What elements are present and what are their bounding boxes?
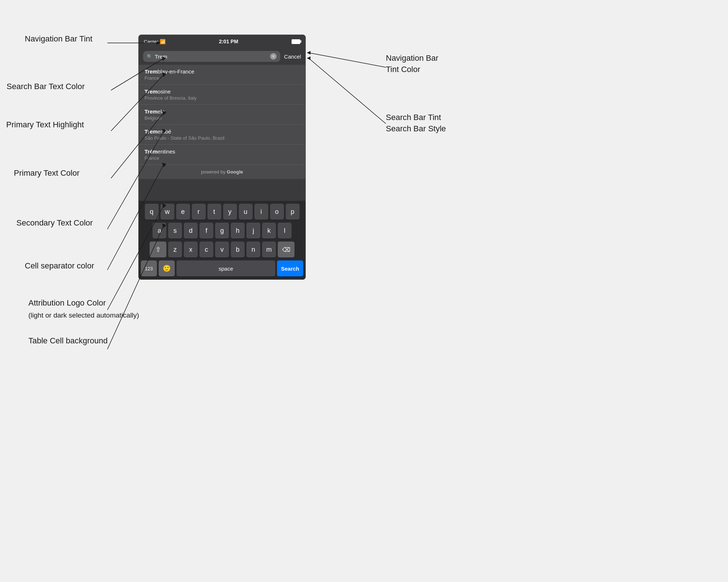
result-row[interactable]: Tremelo Belgium	[139, 105, 305, 125]
search-bar-tint-line2: Search Bar Style	[386, 124, 446, 133]
keyboard-row-2: a s d f g h j k l	[140, 223, 304, 239]
label-cell-separator: Cell separator color	[25, 261, 94, 271]
result-secondary-text: São Paulo - State of São Paulo, Brazil	[145, 135, 300, 141]
key-e[interactable]: e	[176, 204, 190, 220]
keyboard[interactable]: q w e r t y u i o p a s d f g h j k	[139, 201, 305, 279]
key-i[interactable]: i	[254, 204, 268, 220]
search-key[interactable]: Search	[277, 260, 303, 276]
key-w[interactable]: w	[161, 204, 174, 220]
key-b[interactable]: b	[231, 242, 245, 258]
key-p[interactable]: p	[286, 204, 300, 220]
keyboard-row-1: q w e r t y u i o p	[140, 204, 304, 220]
result-rest: entines	[158, 148, 175, 155]
key-j[interactable]: j	[246, 223, 260, 239]
label-primary-text-color: Primary Text Color	[14, 168, 80, 178]
result-highlight: Trém	[145, 148, 158, 155]
google-attribution: powered by Google	[139, 164, 305, 179]
status-time: 2:01 PM	[219, 39, 238, 44]
result-primary-text: Trémentines	[145, 148, 300, 155]
search-icon: 🔍	[147, 54, 153, 59]
annotations-svg	[0, 0, 728, 582]
key-n[interactable]: n	[246, 242, 260, 258]
key-k[interactable]: k	[262, 223, 276, 239]
status-bar: Carrier 📶 2:01 PM	[139, 35, 305, 48]
attribution-text: powered by	[201, 169, 227, 175]
result-secondary-text: France	[145, 75, 300, 81]
result-primary-text: Tremelo	[145, 108, 300, 115]
nav-bar-tint-line2: Tint Color	[386, 65, 420, 74]
key-d[interactable]: d	[184, 223, 198, 239]
key-c[interactable]: c	[199, 242, 213, 258]
result-row[interactable]: Tremosine Province of Brescia, Italy	[139, 85, 305, 105]
phone-wrapper: Carrier 📶 2:01 PM 🔍 Trem ✕ Cancel Trembl…	[138, 35, 306, 280]
key-z[interactable]: z	[168, 242, 182, 258]
label-attribution-logo-color: Attribution Logo Color	[28, 298, 106, 308]
key-t[interactable]: t	[207, 204, 221, 220]
key-x[interactable]: x	[184, 242, 198, 258]
backspace-key[interactable]: ⌫	[278, 242, 294, 258]
key-h[interactable]: h	[231, 223, 245, 239]
label-table-cell-bg: Table Cell background	[28, 336, 108, 346]
key-f[interactable]: f	[199, 223, 213, 239]
label-secondary-text-color: Secondary Text Color	[16, 218, 93, 228]
key-y[interactable]: y	[223, 204, 237, 220]
result-highlight: Trem	[145, 88, 158, 95]
svg-line-18	[309, 58, 386, 124]
svg-line-16	[309, 53, 386, 67]
search-input-wrapper[interactable]: 🔍 Trem ✕	[143, 51, 280, 62]
result-rest: elo	[158, 108, 165, 115]
key-v[interactable]: v	[215, 242, 229, 258]
search-bar[interactable]: 🔍 Trem ✕ Cancel	[139, 48, 305, 65]
carrier-text: Carrier	[144, 39, 158, 44]
space-key[interactable]: space	[177, 260, 275, 276]
result-primary-text: Tremembé	[145, 128, 300, 135]
result-primary-text: Tremosine	[145, 88, 300, 95]
key-r[interactable]: r	[192, 204, 206, 220]
battery-icon	[292, 39, 300, 44]
result-row[interactable]: Trémentines France	[139, 145, 305, 164]
phone-frame: Carrier 📶 2:01 PM 🔍 Trem ✕ Cancel Trembl…	[138, 35, 306, 280]
search-bar-tint-line1: Search Bar Tint	[386, 113, 441, 122]
key-u[interactable]: u	[239, 204, 253, 220]
result-secondary-text: Belgium	[145, 115, 300, 121]
search-clear-button[interactable]: ✕	[270, 53, 277, 60]
result-secondary-text: Province of Brescia, Italy	[145, 95, 300, 101]
svg-marker-17	[307, 51, 310, 55]
key-q[interactable]: q	[145, 204, 159, 220]
result-row[interactable]: Tremblay-en-France France	[139, 65, 305, 85]
wifi-icon: 📶	[160, 39, 166, 44]
result-highlight: Trem	[145, 128, 158, 135]
search-query-text[interactable]: Trem	[155, 53, 268, 60]
nav-bar-tint-line1: Navigation Bar	[386, 53, 438, 63]
result-secondary-text: France	[145, 155, 300, 161]
label-nav-bar-tint-color-right: Navigation Bar Tint Color	[386, 53, 438, 75]
svg-marker-19	[307, 56, 310, 60]
results-list: Tremblay-en-France France Tremosine Prov…	[139, 65, 305, 164]
carrier-info: Carrier 📶	[144, 39, 166, 44]
cancel-button[interactable]: Cancel	[284, 53, 301, 60]
key-s[interactable]: s	[168, 223, 182, 239]
result-highlight: Trem	[145, 108, 158, 115]
shift-key[interactable]: ⇧	[150, 242, 166, 258]
label-primary-text-highlight: Primary Text Highlight	[6, 120, 84, 129]
result-row[interactable]: Tremembé São Paulo - State of São Paulo,…	[139, 125, 305, 145]
label-search-bar-text-color: Search Bar Text Color	[7, 82, 85, 91]
label-attribution-logo-sub: (light or dark selected automatically)	[28, 311, 139, 319]
result-rest: embé	[158, 128, 171, 135]
key-m[interactable]: m	[262, 242, 276, 258]
label-nav-bar-tint: Navigation Bar Tint	[25, 34, 92, 44]
num-key[interactable]: 123	[141, 260, 157, 276]
battery-fill	[292, 40, 300, 43]
label-search-bar-tint-right: Search Bar Tint Search Bar Style	[386, 112, 446, 135]
key-o[interactable]: o	[270, 204, 284, 220]
result-primary-text: Tremblay-en-France	[145, 68, 300, 75]
key-g[interactable]: g	[215, 223, 229, 239]
emoji-key[interactable]: 🙂	[159, 260, 175, 276]
empty-space	[139, 179, 305, 201]
keyboard-row-4: 123 🙂 space Search	[140, 260, 304, 276]
key-l[interactable]: l	[278, 223, 292, 239]
key-a[interactable]: a	[153, 223, 166, 239]
result-highlight: Trem	[145, 68, 158, 75]
result-rest: blay-en-France	[158, 68, 194, 75]
keyboard-row-3: ⇧ z x c v b n m ⌫	[140, 242, 304, 258]
